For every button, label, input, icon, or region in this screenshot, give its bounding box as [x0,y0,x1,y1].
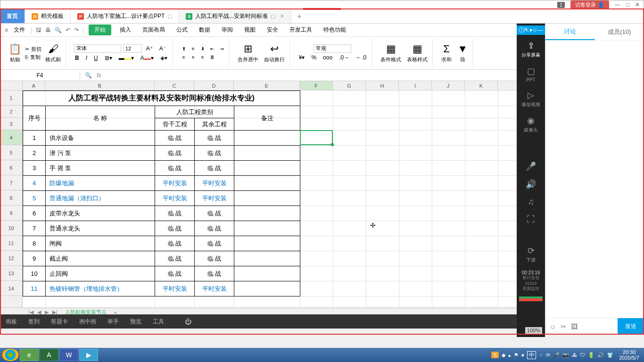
close-button[interactable]: ✕ [635,1,640,8]
scissors-icon[interactable]: ✂ [561,323,566,330]
fx-button[interactable]: fx [97,72,101,79]
align-left-button[interactable]: ≡ [180,54,188,61]
music-button[interactable]: ♫ [517,193,545,211]
col-header-F[interactable]: F [300,81,333,90]
col-header-I[interactable]: I [399,81,432,90]
font-size-select[interactable] [123,44,142,53]
emoji-icon[interactable]: ☺ [549,323,556,330]
select-all-corner[interactable] [0,81,23,90]
font-name-select[interactable] [74,44,121,53]
taskbar-wps[interactable]: W [59,349,78,361]
undo-icon[interactable]: ↶ [65,26,71,34]
tab-pin-icon[interactable]: ▢ [167,13,172,19]
ime-badge[interactable]: S [491,352,498,358]
font-grow-button[interactable]: A⁺ [144,44,155,53]
redo-icon[interactable]: ↷ [73,26,80,34]
seewo-answer[interactable]: 答题卡 [51,318,68,326]
menu-review[interactable]: 审阅 [217,25,238,35]
info-icon[interactable]: ⓘ [519,26,524,34]
file-menu[interactable]: 文件 [14,26,25,34]
tab-close-icon[interactable]: ✕ [280,13,284,19]
tab-pin-icon[interactable]: ▢ [271,13,275,19]
tray-link-icon[interactable]: ⁘ [539,352,543,358]
image-icon[interactable]: 🖼 [571,323,578,330]
mic-button[interactable]: 🎤 [517,157,545,175]
col-header-E[interactable]: E [234,81,300,90]
menu-view[interactable]: 视图 [239,25,260,35]
seewo-signin[interactable]: 签到 [28,318,40,326]
row-header-8[interactable]: 8 [0,190,22,206]
popout-icon[interactable]: ⇱ [524,27,529,33]
col-header-A[interactable]: A [23,81,45,90]
tab-home[interactable]: 首页 [0,9,25,23]
taskbar-cad[interactable]: A [40,349,58,361]
tray-flag-icon[interactable]: ⚑ [514,352,519,358]
align-mid-button[interactable]: ≡ [189,45,198,53]
align-bot-button[interactable]: ⬇ [198,45,207,53]
tray-shield-icon[interactable]: 🛡 [580,352,585,358]
row-header-14[interactable]: 14 [0,281,22,296]
seewo-preview[interactable]: 预览 [130,318,141,326]
menu-dev[interactable]: 开发工具 [285,25,317,35]
sheet-add-button[interactable]: + [114,310,117,315]
menu-start[interactable]: 开始 [89,25,111,35]
dec-dec-button[interactable]: ←.0 [354,53,369,62]
align-top-button[interactable]: ⬆ [180,45,188,53]
border-button[interactable]: ⊞▾ [102,53,115,63]
send-button[interactable]: 发送 [618,318,644,335]
start-button[interactable] [2,349,19,361]
ime-indicator[interactable]: 中 [527,351,536,359]
menu-icon[interactable]: ≡ [4,26,9,34]
tray-cam-icon[interactable]: 📷 [562,352,569,358]
cell-style-button[interactable]: ◈▾ [158,53,170,63]
row-header-10[interactable]: 10 [0,221,22,236]
col-header-J[interactable]: J [432,81,465,90]
seewo-tools[interactable]: 工具 [153,318,164,326]
col-header-C[interactable]: C [155,81,194,90]
row-header-6[interactable]: 6 [0,160,22,175]
bold-button[interactable]: B [73,53,82,63]
paste-button[interactable]: 📋 粘贴 [7,42,23,64]
sheet-nav-next[interactable]: ▶ [45,309,49,314]
underline-button[interactable]: U [91,53,100,63]
min-icon[interactable]: — [537,27,543,33]
row-header-7[interactable]: 7 [0,175,22,190]
notification-badge[interactable]: 2 [557,2,565,8]
name-box[interactable]: F4 [0,72,80,79]
number-format-select[interactable] [314,44,351,53]
format-brush-button[interactable]: 🖌 格式刷 [43,42,63,64]
new-tab-button[interactable]: + [291,9,307,23]
speaker-button[interactable]: 🔊 [517,175,545,193]
tray-app-icon[interactable]: ● [521,352,525,358]
row-header-4[interactable]: 4 [0,130,22,145]
guest-login-button[interactable]: 访客登录 👤 [570,0,609,9]
menu-security[interactable]: 安全 [262,25,283,35]
seewo-power-icon[interactable]: ⏻ [185,318,191,325]
tray-mic-icon[interactable]: 🎤 [553,352,560,358]
tray-shirt-icon[interactable]: 👕 [607,352,613,358]
row-header-5[interactable]: 5 [0,145,22,160]
taskbar-seewo[interactable]: ▶ [79,349,98,361]
indent-inc-button[interactable]: ⇥ [217,45,226,53]
fill-handle[interactable] [331,143,334,146]
col-header-G[interactable]: G [333,81,366,90]
font-shrink-button[interactable]: A⁻ [157,44,168,53]
row-header-3[interactable]: 3 [0,118,22,130]
table-style-button[interactable]: ▦ 表格样式 [405,42,429,64]
expand-button[interactable]: ⛶ [517,211,545,228]
preview-icon[interactable]: 🔍 [54,26,63,34]
percent-button[interactable]: % [309,53,319,62]
seewo-whiteboard[interactable]: 画板 [6,318,17,326]
star-icon[interactable]: ☆ [532,27,537,33]
sheet-nav-last[interactable]: ▶| [52,309,58,314]
tray-net-icon[interactable]: 🖧 [572,352,577,358]
cond-format-button[interactable]: ▦ 条件格式 [379,42,403,64]
tab-ppt-doc[interactable]: P 人防地下室施工...设计要点PPT ▢ [71,9,179,23]
fx-search-icon[interactable]: 🔍 [85,72,92,79]
row-header-9[interactable]: 9 [0,206,22,221]
sheet-nav-prev[interactable]: ◀ [37,309,41,314]
menu-layout[interactable]: 页面布局 [138,25,170,35]
tray-vol-icon[interactable]: 🔊 [597,352,604,358]
tray-up-icon[interactable]: ▴ [508,352,511,358]
sheet-nav-first[interactable]: |◀ [28,309,33,314]
